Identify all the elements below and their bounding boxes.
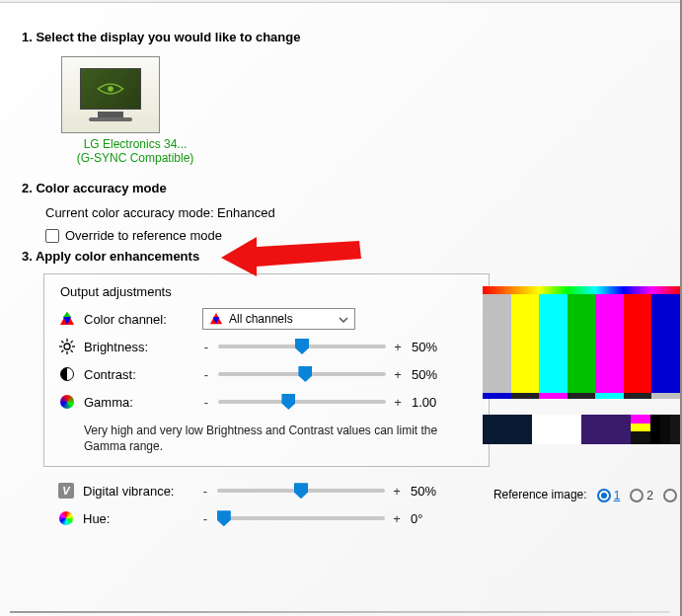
hue-plus[interactable]: + — [391, 511, 403, 526]
brightness-label: Brightness: — [84, 340, 200, 354]
reference-radio-3[interactable] — [663, 488, 680, 502]
svg-line-12 — [71, 350, 73, 352]
vibrance-minus[interactable]: - — [199, 484, 211, 499]
contrast-label: Contrast: — [84, 367, 200, 382]
gamma-value: 1.00 — [412, 395, 455, 410]
svg-point-6 — [64, 344, 70, 349]
gamma-plus[interactable]: + — [392, 395, 404, 410]
section1-heading: 1. Select the display you would like to … — [22, 30, 670, 44]
reference-image-label: Reference image: — [493, 488, 587, 501]
vibrance-slider[interactable] — [217, 489, 385, 493]
svg-line-13 — [61, 350, 63, 352]
gamma-label: Gamma: — [84, 395, 200, 410]
section2-heading: 2. Color accuracy mode — [22, 181, 670, 195]
override-label: Override to reference mode — [65, 228, 222, 243]
gamma-icon — [58, 393, 76, 411]
svg-marker-3 — [63, 312, 71, 317]
gamma-note: Very high and very low Brightness and Co… — [84, 424, 459, 454]
brightness-minus[interactable]: - — [200, 340, 212, 354]
svg-line-11 — [61, 341, 63, 343]
color-channel-icon — [58, 310, 76, 328]
brightness-icon — [58, 338, 76, 355]
gamma-slider[interactable] — [218, 400, 386, 404]
output-adjustments-group: Output adjustments Color channel: All ch… — [43, 273, 490, 467]
reference-radio-2[interactable]: 2 — [630, 488, 653, 502]
reference-preview — [483, 286, 680, 444]
display-list: LG Electronics 34... (G-SYNC Compatible) — [61, 56, 670, 165]
digital-vibrance-icon: V — [57, 482, 75, 500]
svg-line-14 — [71, 341, 73, 343]
brightness-slider[interactable] — [218, 345, 386, 348]
color-channel-label: Color channel: — [84, 312, 200, 327]
output-adjustments-title: Output adjustments — [60, 284, 475, 299]
hue-label: Hue: — [83, 511, 199, 526]
chevron-down-icon — [339, 316, 348, 324]
vibrance-plus[interactable]: + — [391, 484, 403, 499]
hue-value: 0° — [411, 511, 454, 526]
contrast-minus[interactable]: - — [200, 367, 212, 382]
gamma-minus[interactable]: - — [200, 395, 212, 410]
contrast-slider[interactable] — [218, 372, 386, 376]
hue-icon — [57, 509, 75, 527]
contrast-icon — [58, 365, 76, 383]
vibrance-value: 50% — [411, 484, 454, 499]
monitor-icon — [80, 68, 141, 110]
contrast-value: 50% — [412, 367, 455, 382]
display-item[interactable] — [61, 56, 160, 133]
svg-point-0 — [108, 86, 114, 92]
display-label: LG Electronics 34... (G-SYNC Compatible) — [61, 137, 209, 165]
contrast-plus[interactable]: + — [392, 367, 404, 382]
reference-radio-1[interactable]: 1 — [597, 488, 621, 502]
digital-vibrance-label: Digital vibrance: — [83, 484, 199, 499]
brightness-plus[interactable]: + — [392, 340, 404, 354]
current-accuracy-mode: Current color accuracy mode: Enhanced — [45, 205, 670, 220]
section3-heading: 3. Apply color enhancements — [22, 249, 670, 264]
hue-slider[interactable] — [217, 516, 385, 520]
color-channel-dropdown[interactable]: All channels — [202, 308, 355, 330]
hue-minus[interactable]: - — [199, 511, 211, 526]
brightness-value: 50% — [412, 340, 455, 354]
override-checkbox[interactable] — [45, 229, 59, 243]
